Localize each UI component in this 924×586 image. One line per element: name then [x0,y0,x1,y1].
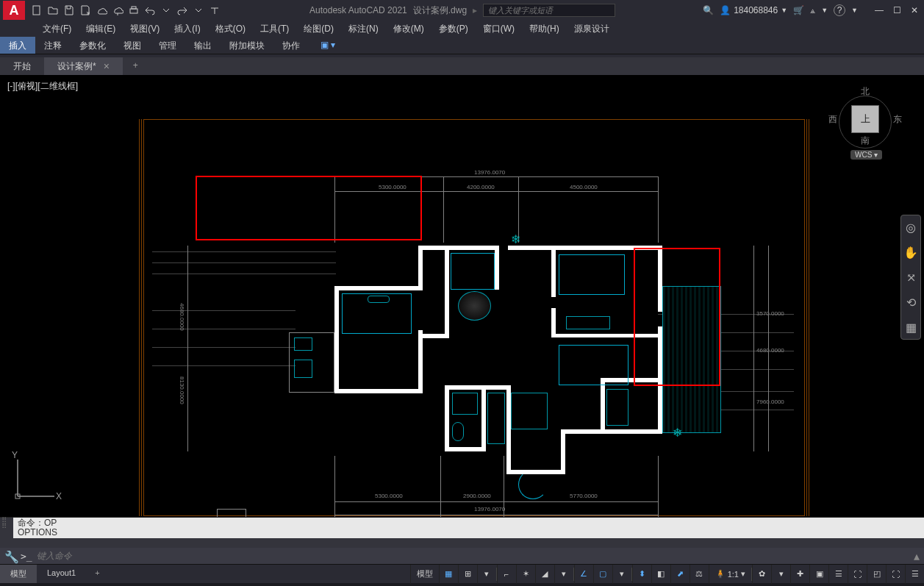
open-icon[interactable] [46,3,60,18]
chevron-down-icon[interactable]: ▼ [851,7,858,14]
search-icon[interactable]: 🔍 [703,5,714,15]
close-icon[interactable]: × [104,60,110,72]
viewcube-top[interactable]: 上 [852,106,878,132]
annotation-monitor-icon[interactable]: ✚ [790,565,809,584]
steering-wheel-icon[interactable]: ◎ [903,220,918,235]
ribbon-tab-addins[interactable]: 附加模块 [221,37,273,54]
transparency-icon[interactable]: ◧ [651,565,670,584]
menu-dimension[interactable]: 标注(N) [341,21,386,37]
ortho-icon[interactable]: ⌐ [497,565,516,584]
close-icon[interactable]: ✕ [908,4,921,17]
menu-modify[interactable]: 修改(M) [386,21,431,37]
status-chevron-icon[interactable]: ▾ [612,565,631,584]
viewport-label[interactable]: [-][俯视][二维线框] [6,79,79,93]
annotation-scale-icon[interactable]: ⚖ [690,565,709,584]
chevron-down-icon[interactable] [191,3,206,18]
customize-icon[interactable]: 🔧 [4,550,16,562]
orbit-icon[interactable]: ⟲ [903,295,918,310]
chevron-down-icon[interactable] [159,3,173,18]
ribbon-tab-parametric[interactable]: 参数化 [71,37,115,54]
viewcube-west[interactable]: 西 [828,113,837,126]
chevron-down-icon[interactable]: ▼ [821,7,828,14]
doc-tab-drawing[interactable]: 设计案例* × [44,57,123,75]
ribbon-tab-output[interactable]: 输出 [185,37,221,54]
customization-icon[interactable]: ☰ [905,565,924,584]
menu-window[interactable]: 窗口(W) [476,21,522,37]
ucs-icon[interactable]: X Y [10,452,62,507]
model-space-button[interactable]: 模型 [410,565,439,584]
viewcube-north[interactable]: 北 [861,85,870,98]
app-switcher-icon[interactable]: ⟁ [810,5,815,15]
polar-icon[interactable]: ✶ [516,565,535,584]
menu-tools[interactable]: 工具(T) [253,21,296,37]
menu-yuanquan[interactable]: 源泉设计 [567,21,617,37]
clean-screen-icon[interactable]: ⛶ [886,565,905,584]
qat-more-icon[interactable] [207,3,222,18]
help-icon[interactable]: ? [834,4,845,16]
status-chevron-icon[interactable]: ▾ [771,565,790,584]
command-grip-icon[interactable]: ⠿⠿ [1,518,7,529]
osnap-icon[interactable]: ∠ [574,565,593,584]
workspace-icon[interactable]: ✿ [752,565,771,584]
drawing-area[interactable]: [-][俯视][二维线框] 13976.0070 5300.0000 4200.… [0,75,924,517]
cloud-save-icon[interactable] [110,3,125,18]
pan-icon[interactable]: ✋ [903,245,918,260]
isodraft-icon[interactable]: ◢ [535,565,554,584]
ribbon-share-button[interactable]: ▣ ▾ [315,37,341,54]
save-icon[interactable] [62,3,76,18]
ribbon-tab-view[interactable]: 视图 [115,37,150,54]
redo-icon[interactable] [175,3,190,18]
maximize-icon[interactable]: ☐ [890,4,903,17]
zoom-extents-icon[interactable]: ⤧ [903,270,918,285]
menu-parametric[interactable]: 参数(P) [431,21,476,37]
hatch-line [152,310,296,311]
showmotion-icon[interactable]: ▦ [903,320,918,335]
viewcube-east[interactable]: 东 [893,113,902,126]
quick-properties-icon[interactable]: ☰ [828,565,848,584]
viewcube[interactable]: 北 南 东 西 上 WCS ▾ [828,85,902,159]
cart-icon[interactable]: 🛒 [793,5,804,15]
ribbon-tab-collaborate[interactable]: 协作 [273,37,309,54]
add-tab-button[interactable]: + [123,57,148,75]
menu-draw[interactable]: 绘图(D) [296,21,341,37]
snap-icon[interactable]: ⊞ [458,565,477,584]
layout-tab-model[interactable]: 模型 [0,565,37,583]
selection-cycling-icon[interactable]: ⬈ [670,565,690,584]
undo-icon[interactable] [143,3,157,18]
command-chevron-icon[interactable]: ▴ [914,549,920,563]
lineweight-icon[interactable]: ⬍ [632,565,651,584]
saveas-icon[interactable] [78,3,93,18]
wall [418,334,449,338]
ribbon-tab-manage[interactable]: 管理 [150,37,185,54]
hardware-accel-icon[interactable]: ⛶ [848,565,867,584]
menu-insert[interactable]: 插入(I) [167,21,207,37]
menu-format[interactable]: 格式(O) [208,21,253,37]
status-chevron-icon[interactable]: ▾ [554,565,573,584]
minimize-icon[interactable]: — [873,4,886,17]
viewcube-south[interactable]: 南 [861,135,870,147]
user-account[interactable]: 👤 184068846 ▼ [720,5,787,15]
command-history[interactable]: 命令：OP OPTIONS [13,518,924,538]
ribbon-tab-insert[interactable]: 插入 [0,37,35,54]
menu-edit[interactable]: 编辑(E) [79,21,123,37]
app-logo[interactable]: A [3,1,25,20]
add-layout-button[interactable]: + [86,565,108,583]
viewcube-wcs[interactable]: WCS ▾ [850,150,882,160]
cloud-open-icon[interactable] [94,3,109,18]
scale-button[interactable]: 🧍 1:1 ▾ [709,565,751,584]
grid-icon[interactable]: ▦ [439,565,458,584]
otrack-icon[interactable]: ▢ [593,565,612,584]
command-input[interactable] [37,551,909,561]
menu-view[interactable]: 视图(V) [123,21,167,37]
plot-icon[interactable] [126,3,141,18]
doc-tab-start[interactable]: 开始 [0,57,44,75]
new-icon[interactable] [29,3,44,18]
search-input[interactable] [483,4,615,17]
units-icon[interactable]: ▣ [809,565,828,584]
menu-help[interactable]: 帮助(H) [522,21,567,37]
status-chevron-icon[interactable]: ▾ [477,565,496,584]
menu-file[interactable]: 文件(F) [35,21,79,37]
layout-tab-layout1[interactable]: Layout1 [37,565,86,583]
isolate-icon[interactable]: ◰ [867,565,886,584]
ribbon-tab-annotate[interactable]: 注释 [35,37,71,54]
